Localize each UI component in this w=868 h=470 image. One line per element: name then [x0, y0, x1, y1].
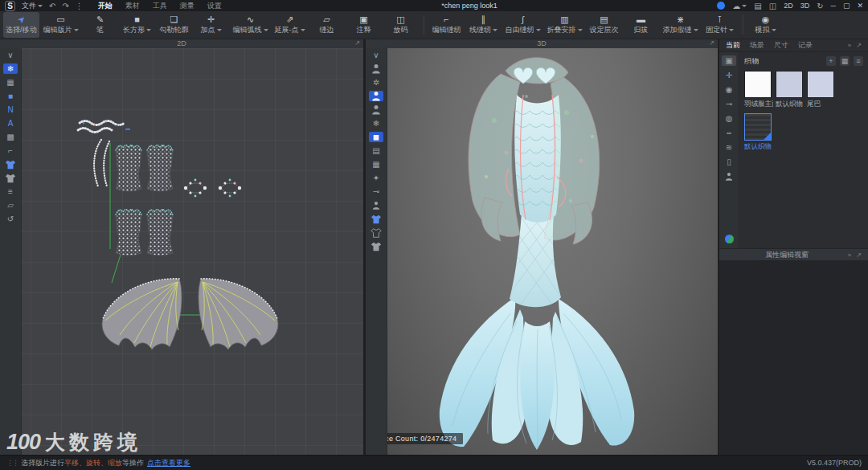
garment-viewport-3d[interactable]: ∨ ✲ ❄ ◼ ▤ ▦ ✦ ⊸ Face Count: 0/247427 — [366, 48, 718, 456]
file-menu[interactable]: 文件 — [22, 1, 43, 11]
pin-icon[interactable]: ⊸ — [722, 99, 736, 109]
edit-pattern-tool[interactable]: ▭编辑版片 — [41, 12, 81, 38]
add-point-tool[interactable]: ✛加点 — [194, 12, 229, 38]
layout-single-icon[interactable]: ▤ — [754, 2, 761, 10]
tab-material[interactable]: 素材 — [125, 1, 140, 11]
grid-icon[interactable]: ▦ — [369, 159, 383, 170]
seam-allowance-tool[interactable]: ▱缝边 — [309, 12, 345, 38]
close-button[interactable]: ✕ — [857, 2, 863, 10]
texture-square-icon[interactable]: ▩ — [3, 132, 18, 142]
expand-icon[interactable]: ↗ — [856, 251, 862, 259]
pose-icon[interactable]: ✲ — [369, 77, 383, 88]
avatar-active-icon[interactable] — [369, 91, 383, 101]
corner-icon[interactable]: ⌐ — [3, 145, 18, 156]
page-icon[interactable]: ▱ — [3, 200, 18, 210]
select-move-tool[interactable]: ➤选择/移动 — [3, 12, 39, 38]
tab-scene[interactable]: 场景 — [750, 40, 764, 51]
avatar-show-icon[interactable] — [369, 63, 383, 74]
fabric-swatch[interactable]: 默认织物 — [776, 71, 803, 109]
panel-2d-header[interactable]: 2D↗ — [0, 39, 363, 48]
tab-settings[interactable]: 设置 — [207, 1, 222, 11]
topstitch-icon[interactable]: ┅ — [722, 128, 736, 138]
avatar-alt-icon[interactable] — [369, 104, 383, 115]
property-editor-bar[interactable]: 属性编辑视窗 » ↗ — [719, 248, 868, 261]
user-avatar[interactable] — [717, 2, 725, 10]
fabric-icon[interactable]: ▣ — [722, 55, 736, 66]
extend-point-tool[interactable]: ⇗延展-点 — [272, 12, 308, 38]
pin-icon[interactable]: ⊸ — [369, 186, 383, 197]
seam-list-icon[interactable]: ≡ — [3, 186, 18, 197]
tab-current[interactable]: 当前 — [726, 40, 740, 51]
garment-alt-icon[interactable] — [369, 241, 383, 251]
tab-start[interactable]: 开始 — [98, 1, 113, 11]
shirring-icon[interactable]: ≋ — [722, 142, 736, 153]
collapse-chevron-icon[interactable]: ∨ — [3, 50, 18, 60]
garment-off-icon[interactable] — [3, 173, 18, 183]
panel-3d-header[interactable]: 3D↗ — [366, 39, 718, 48]
globe-icon[interactable] — [725, 235, 734, 243]
notch-n-icon[interactable]: N — [3, 104, 18, 115]
collapse-chevron-icon[interactable]: ∨ — [369, 50, 383, 60]
tab-record[interactable]: 记录 — [798, 40, 813, 51]
annotation-tool[interactable]: ▣注释 — [346, 12, 382, 38]
edit-sewing-tool[interactable]: ⌐编辑缝纫 — [429, 12, 465, 38]
grid-icon[interactable]: ▦ — [3, 77, 18, 88]
view-2d-button[interactable]: 2D — [784, 2, 793, 10]
expand-icon[interactable]: ↗ — [354, 39, 360, 48]
rectangle-tool[interactable]: ■长方形 — [120, 12, 155, 38]
minimize-button[interactable]: ─ — [831, 2, 836, 10]
line-sewing-tool[interactable]: ∥线缝纫 — [466, 12, 502, 38]
maximize-button[interactable]: ▢ — [843, 2, 850, 10]
set-layer-tool[interactable]: ▤设定层次 — [587, 12, 622, 38]
snap-snowflake-icon[interactable]: ❄ — [3, 63, 18, 74]
tab-size[interactable]: 尺寸 — [774, 40, 788, 51]
shrink-tool[interactable]: ▬归拔 — [624, 12, 659, 38]
more-menu-icon[interactable]: ⋮ — [76, 2, 84, 10]
app-logo[interactable]: S — [5, 1, 15, 11]
fabric-swatch[interactable]: 尾巴 — [807, 71, 834, 109]
history-icon[interactable]: ↺ — [3, 214, 18, 224]
pen-tool[interactable]: ✎笔 — [83, 12, 118, 38]
add-baste-tool[interactable]: ⋇添加假缝 — [661, 12, 701, 38]
solid-square-icon[interactable]: ■ — [3, 91, 18, 101]
cloud-icon[interactable]: ☁ — [732, 2, 747, 10]
cube-active-icon[interactable]: ◼ — [369, 132, 383, 142]
expand-icon[interactable]: ↗ — [856, 42, 862, 49]
pin-tool[interactable]: ⊺固定针 — [702, 12, 738, 38]
undo-button[interactable]: ↶ — [49, 2, 55, 10]
expand-icon[interactable]: ↗ — [709, 39, 714, 48]
tab-tools[interactable]: 工具 — [153, 1, 167, 11]
grid-view-button[interactable]: ▦ — [840, 56, 850, 66]
garment-on-icon[interactable] — [3, 159, 18, 170]
redo-button[interactable]: ↷ — [62, 2, 68, 10]
garment-icon[interactable] — [369, 214, 383, 224]
see-more-link[interactable]: 点击查看更多 — [147, 458, 190, 468]
add-fabric-button[interactable]: + — [826, 56, 836, 66]
light-icon[interactable]: ✦ — [369, 173, 383, 183]
trace-outline-tool[interactable]: ❏勾勒轮廓 — [157, 12, 192, 38]
garment-outline-icon[interactable] — [369, 227, 383, 238]
trim-icon[interactable]: ✛ — [722, 70, 736, 80]
button-icon[interactable]: ◉ — [722, 84, 736, 95]
sync-icon[interactable]: ↻ — [817, 2, 823, 10]
edit-curve-tool[interactable]: ∿编辑弧线 — [231, 12, 271, 38]
avatar-icon[interactable] — [722, 171, 736, 182]
fabric-swatch[interactable]: 羽绒服主面 — [744, 71, 772, 109]
fit-icon[interactable] — [369, 200, 383, 210]
simulate-tool[interactable]: ◉模拟 — [748, 12, 784, 38]
square-icon[interactable]: ▤ — [369, 145, 383, 156]
tab-measure[interactable]: 测量 — [180, 1, 194, 11]
pattern-canvas-2d[interactable]: ∨ ❄ ▦ ■ N A ▩ ⌐ ≡ ▱ ↺ — [0, 48, 363, 456]
fold-arrange-tool[interactable]: ▥折叠安排 — [545, 12, 585, 38]
view-3d-button[interactable]: 3D — [800, 2, 810, 10]
snowflake-icon[interactable]: ❄ — [369, 118, 383, 129]
collapse-icon[interactable]: » — [848, 251, 851, 259]
collapse-icon[interactable]: » — [848, 42, 851, 49]
grading-tool[interactable]: ◫放码 — [383, 12, 419, 38]
buttonhole-icon[interactable]: ▯ — [722, 157, 736, 167]
list-view-button[interactable]: ≡ — [854, 56, 863, 66]
layout-split-icon[interactable]: ◫ — [769, 2, 776, 10]
free-sewing-tool[interactable]: ∫自由缝纫 — [503, 12, 543, 38]
light-icon[interactable]: ◍ — [722, 113, 736, 124]
annotation-a-icon[interactable]: A — [3, 118, 18, 129]
